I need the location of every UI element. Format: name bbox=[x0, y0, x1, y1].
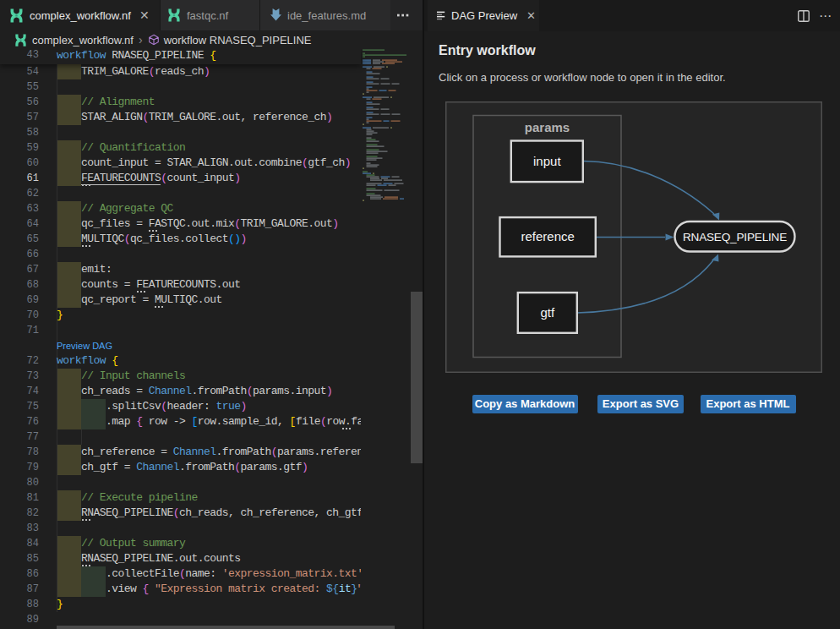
svg-text:gtf: gtf bbox=[540, 304, 555, 319]
svg-text:input: input bbox=[533, 153, 561, 167]
svg-text:params: params bbox=[524, 120, 569, 134]
svg-text:RNASEQ_PIPELINE: RNASEQ_PIPELINE bbox=[682, 230, 786, 243]
svg-text:reference: reference bbox=[521, 229, 574, 243]
